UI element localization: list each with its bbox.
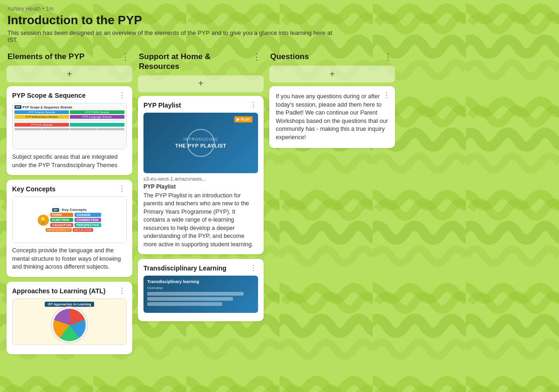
column-questions: Questions ⋮ + ⋮ If you have any question… <box>269 52 395 359</box>
card-header-trans: Transdisciplinary Learning ⋮ <box>143 264 258 272</box>
page-title: Introduction to the PYP <box>7 13 552 27</box>
card-text-scope: Subject specific areas that are integrat… <box>12 153 127 169</box>
columns-container: Elements of the PYP ⋮ + PYP Scope & Sequ… <box>0 46 559 359</box>
card-title-playlist: PYP Playlist <box>143 101 181 109</box>
add-card-elements[interactable]: + <box>7 66 132 82</box>
header: Ashley Heath • 1m Introduction to the PY… <box>0 0 559 46</box>
column-title-questions: Questions <box>270 52 309 61</box>
card-image-scope: IST PYP Scope & Sequence Strands PYP Sci… <box>12 103 127 149</box>
trans-bar-1 <box>147 292 244 296</box>
card-menu-concepts[interactable]: ⋮ <box>117 185 127 193</box>
column-header-support: Support at Home & Resources ⋮ <box>138 52 264 72</box>
card-questions-text: ⋮ If you have any questions during or af… <box>269 86 395 148</box>
card-menu-playlist[interactable]: ⋮ <box>249 101 258 109</box>
trans-bar-3 <box>147 302 222 306</box>
card-header-playlist: PYP Playlist ⋮ <box>143 101 258 109</box>
card-key-concepts: Key Concepts ⋮ IST Key Concepts 💡 FOR <box>7 180 132 277</box>
page-wrapper: Ashley Heath • 1m Introduction to the PY… <box>0 0 559 392</box>
card-link-playlist: s3-eu-west-1.amazonaws... <box>143 176 258 182</box>
column-title-support: Support at Home & Resources <box>139 52 251 72</box>
card-menu-trans[interactable]: ⋮ <box>249 264 258 272</box>
column-header-elements: Elements of the PYP ⋮ <box>7 52 132 62</box>
card-header-concepts: Key Concepts ⋮ <box>12 185 127 193</box>
column-menu-questions[interactable]: ⋮ <box>382 52 394 62</box>
card-title-trans: Transdisciplinary Learning <box>143 264 226 272</box>
time-ago: 1m <box>46 6 54 12</box>
card-atl: Approaches to Learning (ATL) ⋮ IST Appro… <box>7 282 132 354</box>
card-header-atl: Approaches to Learning (ATL) ⋮ <box>12 287 127 295</box>
page-subtitle: This session has been designed as an ove… <box>7 29 334 43</box>
trans-img-title: Transdisciplinary learning <box>147 279 199 284</box>
card-image-concepts: IST Key Concepts 💡 FORM FUNCTION CAUSATI… <box>12 196 127 243</box>
card-menu-questions-text[interactable]: ⋮ <box>383 91 390 100</box>
card-image-trans: Transdisciplinary learning Overview <box>143 276 258 313</box>
card-menu-scope[interactable]: ⋮ <box>117 92 127 99</box>
column-menu-support[interactable]: ⋮ <box>251 52 263 62</box>
user-name: Ashley Heath <box>7 6 41 12</box>
column-title-elements: Elements of the PYP <box>7 52 84 61</box>
add-card-support[interactable]: + <box>138 75 264 92</box>
card-image-playlist: INTRODUCING THE PYP PLAYLIST ▶ PLAY <box>143 113 258 173</box>
add-card-questions[interactable]: + <box>269 66 395 82</box>
card-text-concepts: Concepts provide the language and the me… <box>12 247 127 271</box>
card-menu-atl[interactable]: ⋮ <box>117 287 127 295</box>
card-title-atl: Approaches to Learning (ATL) <box>12 287 105 295</box>
card-text-playlist: The PYP Playlist is an introduction for … <box>143 192 258 249</box>
card-title-scope: PYP Scope & Sequence <box>12 92 86 99</box>
card-scope-sequence: PYP Scope & Sequence ⋮ IST PYP Scope & S… <box>7 86 132 175</box>
card-header-scope: PYP Scope & Sequence ⋮ <box>12 92 127 99</box>
column-header-questions: Questions ⋮ <box>269 52 395 62</box>
card-transdisciplinary: Transdisciplinary Learning ⋮ Transdiscip… <box>138 259 264 321</box>
column-support-home: Support at Home & Resources ⋮ + PYP Play… <box>138 52 264 359</box>
card-image-atl: IST Approaches to Learning <box>12 298 127 345</box>
card-pyp-playlist: PYP Playlist ⋮ INTRODUCING THE PYP PLAYL… <box>138 96 264 255</box>
user-meta: Ashley Heath • 1m <box>7 6 552 12</box>
column-menu-elements[interactable]: ⋮ <box>119 52 131 62</box>
card-title-concepts: Key Concepts <box>12 185 55 193</box>
card-text-questions: If you have any questions during or afte… <box>276 93 389 142</box>
trans-bar-2 <box>147 297 233 301</box>
column-elements-pyp: Elements of the PYP ⋮ + PYP Scope & Sequ… <box>7 52 132 359</box>
card-subtitle-playlist: PYP Playlist <box>143 183 258 190</box>
